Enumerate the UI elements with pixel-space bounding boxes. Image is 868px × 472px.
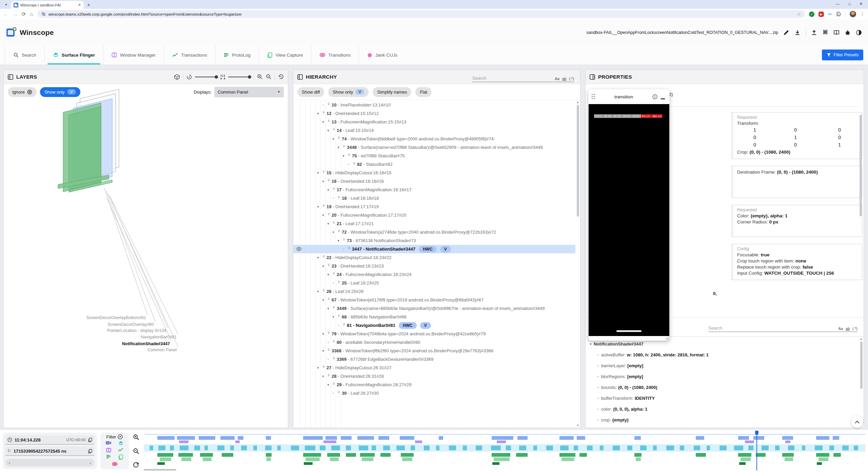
trace-entry-bar[interactable]: [719, 446, 727, 450]
hierarchy-node-13[interactable]: ▾13 - FullscreenMagnification:15:15#13: [293, 118, 575, 126]
hierarchy-node-27[interactable]: ▾27 - HideDisplayCutout:26:31#27: [293, 363, 575, 372]
window-controls[interactable]: — □ ✕: [836, 2, 868, 9]
hierarchy-node-3369[interactable]: ●3369 - 67726bf EdgeBackGestureHandler0#…: [293, 355, 575, 363]
screen-recording-icon[interactable]: [106, 441, 111, 445]
trace-entry-bar[interactable]: [378, 436, 389, 440]
view-capture-icon[interactable]: [118, 454, 123, 460]
trace-entry-bar[interactable]: [816, 436, 829, 440]
trace-entry-bar[interactable]: [613, 446, 620, 450]
trace-entry-bar[interactable]: [739, 462, 746, 465]
trace-entry-bar[interactable]: [517, 436, 528, 440]
maximize-icon[interactable]: □: [848, 2, 851, 6]
reload-icon[interactable]: ⟳: [22, 11, 26, 17]
property-row[interactable]: ●bufferTransform: IDENTITY: [588, 393, 857, 404]
overlay-titlebar[interactable]: transition: [588, 89, 670, 104]
hierarchy-node-12[interactable]: ▾12 - OneHanded:15:15#12: [293, 109, 575, 118]
reset-zoom-icon[interactable]: [133, 462, 139, 468]
trace-entry-bar[interactable]: [346, 453, 356, 457]
trace-entry-bar[interactable]: [734, 446, 744, 450]
new-tab-button[interactable]: +: [87, 2, 90, 7]
trace-entry-bar[interactable]: [516, 453, 528, 457]
tab-jank-cujs[interactable]: Jank CUJs: [359, 45, 406, 64]
expand-chevron-icon[interactable]: ▾: [320, 262, 326, 270]
trace-entry-bar[interactable]: [579, 453, 587, 457]
expand-chevron-icon[interactable]: ▾: [326, 270, 331, 279]
trace-entry-bar[interactable]: [203, 457, 212, 461]
hierarchy-node-14[interactable]: ▾14 - Leaf:15:15#14: [293, 126, 575, 135]
expand-chevron-icon[interactable]: ▾: [331, 228, 336, 236]
trace-entry-bar[interactable]: [497, 440, 506, 443]
expand-chevron-icon[interactable]: ▾: [320, 296, 326, 304]
hierarchy-node-3448[interactable]: ▾3448 - Surface(name=ed70f88 StatusBar)/…: [293, 143, 575, 152]
hierarchy-node-28[interactable]: ▾28 - OneHanded:26:31#28: [293, 372, 575, 380]
expand-chevron-icon[interactable]: ▾: [331, 313, 336, 321]
trace-entry-bar[interactable]: [788, 446, 794, 450]
trace-entry-bar[interactable]: [546, 446, 553, 450]
trace-entry-bar[interactable]: [640, 446, 647, 450]
hierarchy-node-17[interactable]: ▾17 - FullscreenMagnification:16:16#17: [293, 185, 575, 194]
hierarchy-node-79[interactable]: ▾79 - WindowToken{7046b4a type=2024 andr…: [293, 330, 575, 338]
show-only-chip[interactable]: Show only V: [328, 87, 369, 97]
match-case-icon[interactable]: Aa: [839, 327, 843, 331]
bookmark-star-icon[interactable]: ☆: [797, 12, 801, 17]
scroll-down-icon[interactable]: ▼: [576, 424, 579, 427]
trace-entry-bar[interactable]: [305, 457, 320, 461]
expand-chevron-icon[interactable]: ▾: [336, 143, 341, 152]
expand-chevron-icon[interactable]: ▾: [326, 126, 331, 135]
regex-icon[interactable]: (.*): [852, 327, 857, 331]
close-icon[interactable]: ✕: [860, 2, 863, 6]
timeline-row-window-manager[interactable]: [144, 453, 865, 457]
hierarchy-node-29[interactable]: ▾29 - FullscreenMagnification:26:27#29: [293, 380, 575, 389]
clock-time-field[interactable]: 11:04:14.228 UTC+00:00: [5, 435, 94, 445]
timeline-row-protolog[interactable]: [144, 457, 865, 461]
3d-cube-icon[interactable]: [174, 74, 180, 80]
tab-transactions[interactable]: Transactions: [164, 45, 216, 64]
tab-close-icon[interactable]: ✕: [78, 3, 81, 7]
zoom-out-icon[interactable]: [133, 448, 139, 454]
trace-entry-bar[interactable]: [634, 453, 642, 457]
ns-time-field[interactable]: ⚐ 1715339054227572545 ns: [5, 447, 94, 456]
trace-entry-bar[interactable]: [818, 457, 829, 461]
rotation-icon[interactable]: [186, 74, 192, 80]
expand-chevron-icon[interactable]: ▾: [320, 177, 326, 185]
trace-entry-bar[interactable]: [476, 446, 482, 450]
hierarchy-node-67[interactable]: ▾67 - WindowToken{e5176f9 type=2019 andr…: [293, 296, 575, 304]
trace-entry-bar[interactable]: [533, 446, 537, 450]
home-icon[interactable]: ⌂: [30, 11, 33, 17]
expand-chevron-icon[interactable]: ▾: [315, 253, 321, 262]
trace-entry-bar[interactable]: [491, 446, 501, 450]
hierarchy-scrollbar[interactable]: ▲ ▼: [576, 100, 580, 428]
expand-chevron-icon[interactable]: ▾: [320, 347, 326, 355]
hierarchy-node-21[interactable]: ▾21 - Leaf:17:17#21: [293, 219, 575, 228]
trace-entry-bar[interactable]: [559, 453, 575, 457]
trace-entry-bar[interactable]: [291, 446, 299, 450]
property-row[interactable]: ●crop: {empty}: [588, 415, 857, 426]
trace-entry-bar[interactable]: [220, 436, 235, 440]
cursor-handle[interactable]: [755, 431, 758, 435]
hierarchy-node-18[interactable]: ●18 - Leaf:16:16#18: [293, 194, 575, 202]
rotation-slider[interactable]: [195, 77, 217, 77]
trace-entry-bar[interactable]: [816, 453, 829, 457]
trace-entry-bar[interactable]: [331, 446, 340, 450]
trace-entry-bar[interactable]: [439, 436, 443, 440]
forward-icon[interactable]: →: [13, 11, 18, 17]
transitions-icon[interactable]: [112, 461, 117, 467]
trace-entry-bar[interactable]: [415, 440, 422, 443]
tune-icon[interactable]: [41, 12, 46, 16]
spacing-slider[interactable]: [228, 77, 251, 77]
trace-entry-bar[interactable]: [303, 453, 321, 457]
expand-chevron-icon[interactable]: ▾: [336, 236, 341, 245]
minimize-icon[interactable]: —: [836, 2, 840, 6]
tab-transitions[interactable]: Transitions: [311, 45, 359, 64]
trace-entry-bar[interactable]: [360, 453, 375, 457]
trace-entry-bar[interactable]: [782, 436, 793, 440]
trace-entry-bar[interactable]: [380, 453, 391, 457]
window-manager-icon[interactable]: [106, 448, 111, 453]
trace-entry-bar[interactable]: [707, 446, 710, 450]
trace-entry-bar[interactable]: [199, 436, 215, 440]
surface-flinger-icon[interactable]: [118, 441, 123, 446]
trace-entry-bar[interactable]: [785, 457, 793, 461]
trace-entry-bar[interactable]: [775, 446, 780, 450]
timeline-row-transitions[interactable]: [144, 462, 865, 465]
edit-pencil-icon[interactable]: [783, 29, 789, 36]
